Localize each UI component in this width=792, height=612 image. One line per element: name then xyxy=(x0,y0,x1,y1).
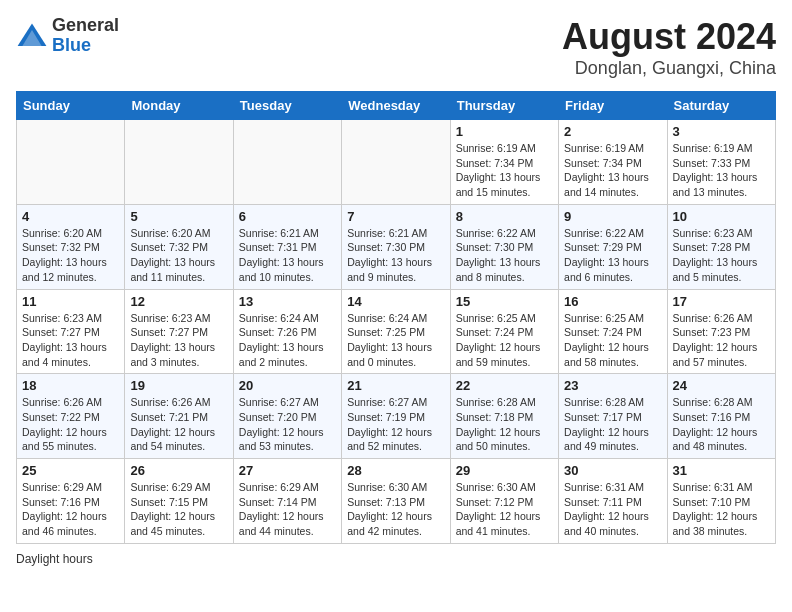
day-number: 22 xyxy=(456,378,553,393)
calendar-day-cell: 8Sunrise: 6:22 AM Sunset: 7:30 PM Daylig… xyxy=(450,204,558,289)
day-number: 1 xyxy=(456,124,553,139)
calendar-day-cell: 3Sunrise: 6:19 AM Sunset: 7:33 PM Daylig… xyxy=(667,120,775,205)
calendar-day-cell xyxy=(125,120,233,205)
day-info: Sunrise: 6:25 AM Sunset: 7:24 PM Dayligh… xyxy=(564,311,661,370)
calendar-day-cell: 10Sunrise: 6:23 AM Sunset: 7:28 PM Dayli… xyxy=(667,204,775,289)
day-info: Sunrise: 6:20 AM Sunset: 7:32 PM Dayligh… xyxy=(130,226,227,285)
calendar-header-cell: Sunday xyxy=(17,92,125,120)
page-subtitle: Donglan, Guangxi, China xyxy=(562,58,776,79)
day-info: Sunrise: 6:22 AM Sunset: 7:30 PM Dayligh… xyxy=(456,226,553,285)
logo-text: General Blue xyxy=(52,16,119,56)
day-info: Sunrise: 6:21 AM Sunset: 7:30 PM Dayligh… xyxy=(347,226,444,285)
day-info: Sunrise: 6:31 AM Sunset: 7:11 PM Dayligh… xyxy=(564,480,661,539)
day-number: 16 xyxy=(564,294,661,309)
calendar-day-cell: 30Sunrise: 6:31 AM Sunset: 7:11 PM Dayli… xyxy=(559,459,667,544)
day-number: 11 xyxy=(22,294,119,309)
day-number: 6 xyxy=(239,209,336,224)
day-info: Sunrise: 6:29 AM Sunset: 7:16 PM Dayligh… xyxy=(22,480,119,539)
day-number: 24 xyxy=(673,378,770,393)
day-number: 4 xyxy=(22,209,119,224)
calendar-table: SundayMondayTuesdayWednesdayThursdayFrid… xyxy=(16,91,776,544)
logo-blue: Blue xyxy=(52,35,91,55)
day-info: Sunrise: 6:31 AM Sunset: 7:10 PM Dayligh… xyxy=(673,480,770,539)
day-number: 14 xyxy=(347,294,444,309)
day-number: 20 xyxy=(239,378,336,393)
day-info: Sunrise: 6:27 AM Sunset: 7:20 PM Dayligh… xyxy=(239,395,336,454)
day-number: 7 xyxy=(347,209,444,224)
day-number: 17 xyxy=(673,294,770,309)
calendar-day-cell xyxy=(17,120,125,205)
calendar-day-cell: 9Sunrise: 6:22 AM Sunset: 7:29 PM Daylig… xyxy=(559,204,667,289)
day-number: 9 xyxy=(564,209,661,224)
day-info: Sunrise: 6:28 AM Sunset: 7:18 PM Dayligh… xyxy=(456,395,553,454)
calendar-day-cell: 29Sunrise: 6:30 AM Sunset: 7:12 PM Dayli… xyxy=(450,459,558,544)
day-info: Sunrise: 6:25 AM Sunset: 7:24 PM Dayligh… xyxy=(456,311,553,370)
calendar-day-cell: 19Sunrise: 6:26 AM Sunset: 7:21 PM Dayli… xyxy=(125,374,233,459)
footer-label: Daylight hours xyxy=(16,552,93,566)
day-number: 25 xyxy=(22,463,119,478)
day-number: 26 xyxy=(130,463,227,478)
calendar-day-cell: 26Sunrise: 6:29 AM Sunset: 7:15 PM Dayli… xyxy=(125,459,233,544)
day-number: 27 xyxy=(239,463,336,478)
day-number: 18 xyxy=(22,378,119,393)
day-info: Sunrise: 6:19 AM Sunset: 7:34 PM Dayligh… xyxy=(456,141,553,200)
day-number: 12 xyxy=(130,294,227,309)
calendar-header-cell: Tuesday xyxy=(233,92,341,120)
calendar-day-cell: 4Sunrise: 6:20 AM Sunset: 7:32 PM Daylig… xyxy=(17,204,125,289)
day-number: 15 xyxy=(456,294,553,309)
calendar-day-cell: 25Sunrise: 6:29 AM Sunset: 7:16 PM Dayli… xyxy=(17,459,125,544)
calendar-day-cell: 20Sunrise: 6:27 AM Sunset: 7:20 PM Dayli… xyxy=(233,374,341,459)
calendar-week-row: 1Sunrise: 6:19 AM Sunset: 7:34 PM Daylig… xyxy=(17,120,776,205)
calendar-day-cell: 23Sunrise: 6:28 AM Sunset: 7:17 PM Dayli… xyxy=(559,374,667,459)
day-number: 21 xyxy=(347,378,444,393)
calendar-week-row: 11Sunrise: 6:23 AM Sunset: 7:27 PM Dayli… xyxy=(17,289,776,374)
day-info: Sunrise: 6:29 AM Sunset: 7:15 PM Dayligh… xyxy=(130,480,227,539)
page-title: August 2024 xyxy=(562,16,776,58)
calendar-day-cell: 22Sunrise: 6:28 AM Sunset: 7:18 PM Dayli… xyxy=(450,374,558,459)
day-info: Sunrise: 6:26 AM Sunset: 7:22 PM Dayligh… xyxy=(22,395,119,454)
header: General Blue August 2024 Donglan, Guangx… xyxy=(16,16,776,79)
calendar-day-cell: 24Sunrise: 6:28 AM Sunset: 7:16 PM Dayli… xyxy=(667,374,775,459)
day-info: Sunrise: 6:20 AM Sunset: 7:32 PM Dayligh… xyxy=(22,226,119,285)
calendar-week-row: 18Sunrise: 6:26 AM Sunset: 7:22 PM Dayli… xyxy=(17,374,776,459)
day-number: 13 xyxy=(239,294,336,309)
footer: Daylight hours xyxy=(16,552,776,566)
day-info: Sunrise: 6:23 AM Sunset: 7:27 PM Dayligh… xyxy=(130,311,227,370)
day-info: Sunrise: 6:24 AM Sunset: 7:25 PM Dayligh… xyxy=(347,311,444,370)
day-number: 23 xyxy=(564,378,661,393)
calendar-day-cell: 5Sunrise: 6:20 AM Sunset: 7:32 PM Daylig… xyxy=(125,204,233,289)
day-number: 5 xyxy=(130,209,227,224)
calendar-day-cell: 11Sunrise: 6:23 AM Sunset: 7:27 PM Dayli… xyxy=(17,289,125,374)
day-number: 19 xyxy=(130,378,227,393)
day-info: Sunrise: 6:22 AM Sunset: 7:29 PM Dayligh… xyxy=(564,226,661,285)
day-info: Sunrise: 6:19 AM Sunset: 7:33 PM Dayligh… xyxy=(673,141,770,200)
calendar-day-cell: 16Sunrise: 6:25 AM Sunset: 7:24 PM Dayli… xyxy=(559,289,667,374)
day-info: Sunrise: 6:28 AM Sunset: 7:16 PM Dayligh… xyxy=(673,395,770,454)
calendar-day-cell: 2Sunrise: 6:19 AM Sunset: 7:34 PM Daylig… xyxy=(559,120,667,205)
calendar-day-cell: 12Sunrise: 6:23 AM Sunset: 7:27 PM Dayli… xyxy=(125,289,233,374)
day-number: 29 xyxy=(456,463,553,478)
calendar-day-cell: 27Sunrise: 6:29 AM Sunset: 7:14 PM Dayli… xyxy=(233,459,341,544)
day-info: Sunrise: 6:19 AM Sunset: 7:34 PM Dayligh… xyxy=(564,141,661,200)
calendar-day-cell: 13Sunrise: 6:24 AM Sunset: 7:26 PM Dayli… xyxy=(233,289,341,374)
calendar-day-cell: 7Sunrise: 6:21 AM Sunset: 7:30 PM Daylig… xyxy=(342,204,450,289)
calendar-week-row: 25Sunrise: 6:29 AM Sunset: 7:16 PM Dayli… xyxy=(17,459,776,544)
calendar-header-cell: Friday xyxy=(559,92,667,120)
calendar-header-row: SundayMondayTuesdayWednesdayThursdayFrid… xyxy=(17,92,776,120)
day-number: 8 xyxy=(456,209,553,224)
day-number: 2 xyxy=(564,124,661,139)
day-info: Sunrise: 6:28 AM Sunset: 7:17 PM Dayligh… xyxy=(564,395,661,454)
calendar-header-cell: Monday xyxy=(125,92,233,120)
calendar-day-cell: 21Sunrise: 6:27 AM Sunset: 7:19 PM Dayli… xyxy=(342,374,450,459)
day-info: Sunrise: 6:23 AM Sunset: 7:27 PM Dayligh… xyxy=(22,311,119,370)
calendar-week-row: 4Sunrise: 6:20 AM Sunset: 7:32 PM Daylig… xyxy=(17,204,776,289)
day-info: Sunrise: 6:27 AM Sunset: 7:19 PM Dayligh… xyxy=(347,395,444,454)
calendar-day-cell xyxy=(233,120,341,205)
title-block: August 2024 Donglan, Guangxi, China xyxy=(562,16,776,79)
day-info: Sunrise: 6:30 AM Sunset: 7:13 PM Dayligh… xyxy=(347,480,444,539)
calendar-day-cell: 17Sunrise: 6:26 AM Sunset: 7:23 PM Dayli… xyxy=(667,289,775,374)
logo-icon xyxy=(16,22,48,50)
logo-general: General xyxy=(52,15,119,35)
calendar-day-cell: 28Sunrise: 6:30 AM Sunset: 7:13 PM Dayli… xyxy=(342,459,450,544)
calendar-day-cell xyxy=(342,120,450,205)
